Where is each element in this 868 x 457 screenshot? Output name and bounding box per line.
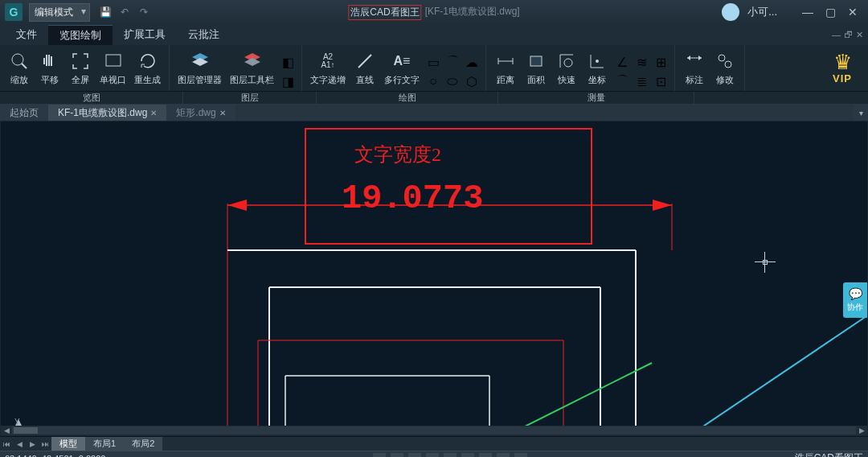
layer-tool2-icon[interactable]: ◨ bbox=[280, 73, 296, 89]
doc-tab-2[interactable]: 矩形.dwg✕ bbox=[166, 105, 235, 121]
coords-readout: 63.1449, 40.4501, 0.0000 bbox=[5, 454, 105, 458]
child-minimize-icon[interactable]: — bbox=[832, 30, 841, 40]
svg-rect-7 bbox=[530, 56, 542, 66]
lay-first-icon[interactable]: ⏮ bbox=[0, 437, 13, 451]
svg-line-1 bbox=[22, 64, 27, 68]
avatar[interactable] bbox=[722, 3, 739, 21]
area-button[interactable]: 面积 bbox=[522, 48, 551, 88]
draw-circle-icon[interactable]: ○ bbox=[425, 73, 441, 89]
document-tabs: 起始页 KF-1电缆敷设图.dwg✕ 矩形.dwg✕ ▾ bbox=[0, 105, 868, 121]
lay-prev-icon[interactable]: ◀ bbox=[13, 437, 26, 451]
title-bar: G 编辑模式 💾 ↶ ↷ 浩辰CAD看图王 [KF-1电缆敷设图.dwg] 小可… bbox=[0, 0, 868, 24]
scroll-left-icon[interactable]: ◀ bbox=[1, 426, 12, 434]
model-tab[interactable]: 模型 bbox=[51, 437, 85, 451]
ribbon-group-draw: A2A1↑文字递增 直线 A≡多行文字 ▭○ ⌒⬭ ☁⬡ bbox=[302, 45, 486, 91]
close-icon[interactable]: ✕ bbox=[219, 109, 226, 117]
vip-button[interactable]: ♛ VIP bbox=[817, 45, 868, 91]
meas-tool3-icon[interactable]: ≋ bbox=[633, 54, 649, 70]
ribbon-group-view: 缩放 平移 全屏 单视口 重生成 bbox=[0, 45, 170, 91]
maximize-button[interactable]: ▢ bbox=[820, 3, 841, 21]
svg-point-11 bbox=[596, 60, 599, 63]
menu-view[interactable]: 览图绘制 bbox=[48, 25, 113, 45]
layer-manager-icon bbox=[189, 50, 211, 72]
ribbon-group-labels: 览图 图层 绘图 测量 bbox=[0, 92, 868, 105]
draw-poly-icon[interactable]: ⬡ bbox=[464, 73, 480, 89]
draw-rect-icon[interactable]: ▭ bbox=[425, 54, 441, 70]
meas-tool6-icon[interactable]: ⊡ bbox=[653, 73, 669, 89]
coord-button[interactable]: 坐标 bbox=[583, 48, 612, 88]
extra-toggle[interactable] bbox=[514, 453, 527, 458]
svg-point-8 bbox=[564, 59, 572, 67]
layer-tool1-icon[interactable]: ◧ bbox=[280, 54, 296, 70]
layout1-tab[interactable]: 布局1 bbox=[85, 437, 124, 451]
ortho-toggle[interactable] bbox=[408, 453, 421, 458]
layout2-tab[interactable]: 布局2 bbox=[124, 437, 162, 451]
child-close-icon[interactable]: ✕ bbox=[856, 30, 863, 40]
lwt-toggle[interactable] bbox=[479, 453, 492, 458]
child-restore-icon[interactable]: 🗗 bbox=[844, 30, 853, 40]
menu-bar: 文件 览图绘制 扩展工具 云批注 — 🗗 ✕ bbox=[0, 24, 868, 45]
mtext-button[interactable]: A≡多行文字 bbox=[381, 48, 423, 88]
pan-button[interactable]: 平移 bbox=[35, 48, 64, 88]
menu-file[interactable]: 文件 bbox=[5, 25, 48, 44]
collab-button[interactable]: 💬 协作 bbox=[843, 282, 867, 318]
layout-tabs: ⏮ ◀ ▶ ⏭ 模型 布局1 布局2 bbox=[0, 436, 868, 451]
app-logo-icon: G bbox=[5, 3, 23, 21]
model-toggle[interactable] bbox=[497, 453, 510, 458]
start-tab[interactable]: 起始页 bbox=[0, 105, 48, 121]
close-icon[interactable]: ✕ bbox=[150, 109, 157, 117]
ribbon-group-layer: 图层管理器 图层工具栏 ◧ ◨ bbox=[170, 45, 302, 91]
layer-toolbar-button[interactable]: 图层工具栏 bbox=[227, 48, 277, 88]
scroll-thumb[interactable] bbox=[14, 427, 38, 434]
annot-button[interactable]: 标注 bbox=[680, 48, 709, 88]
draw-ellipse-icon[interactable]: ⬭ bbox=[444, 73, 461, 89]
textinc-button[interactable]: A2A1↑文字递增 bbox=[307, 48, 349, 88]
annot-icon bbox=[683, 50, 706, 72]
svg-point-14 bbox=[725, 61, 731, 68]
quick-button[interactable]: 快速 bbox=[552, 48, 581, 88]
zoom-icon bbox=[8, 50, 31, 72]
drawing-canvas[interactable]: 文字宽度2 19.0773 💬 协作 YX ◀ ▶ bbox=[0, 121, 868, 436]
fullscreen-icon bbox=[69, 50, 92, 72]
file-title: [KF-1电缆敷设图.dwg] bbox=[425, 5, 520, 20]
mode-select[interactable]: 编辑模式 bbox=[29, 3, 90, 22]
chat-icon: 💬 bbox=[849, 287, 862, 300]
draw-arc-icon[interactable]: ⌒ bbox=[444, 54, 461, 70]
h-scrollbar[interactable]: ◀ ▶ bbox=[1, 426, 867, 435]
otrack-toggle[interactable] bbox=[461, 453, 474, 458]
modify-button[interactable]: 修改 bbox=[710, 48, 739, 88]
menu-cloud[interactable]: 云批注 bbox=[177, 25, 231, 44]
viewport-button[interactable]: 单视口 bbox=[96, 48, 129, 88]
lay-next-icon[interactable]: ▶ bbox=[26, 437, 39, 451]
grid-toggle[interactable] bbox=[391, 453, 403, 458]
qa-save-icon[interactable]: 💾 bbox=[98, 5, 113, 19]
layer-manager-button[interactable]: 图层管理器 bbox=[174, 48, 225, 88]
osnap-toggle[interactable] bbox=[444, 453, 457, 458]
line-button[interactable]: 直线 bbox=[350, 48, 379, 88]
qa-redo-icon[interactable]: ↷ bbox=[137, 5, 151, 19]
fullscreen-button[interactable]: 全屏 bbox=[66, 48, 95, 88]
dist-button[interactable]: 距离 bbox=[491, 48, 520, 88]
meas-tool4-icon[interactable]: ≣ bbox=[633, 73, 649, 89]
doc-tab-1[interactable]: KF-1电缆敷设图.dwg✕ bbox=[48, 105, 166, 121]
scroll-right-icon[interactable]: ▶ bbox=[856, 426, 867, 434]
meas-tool5-icon[interactable]: ⊞ bbox=[653, 54, 669, 70]
dimension-value: 19.0773 bbox=[342, 179, 483, 218]
svg-rect-2 bbox=[106, 55, 121, 66]
regen-button[interactable]: 重生成 bbox=[131, 48, 164, 88]
close-button[interactable]: ✕ bbox=[842, 3, 863, 21]
ribbon: 缩放 平移 全屏 单视口 重生成 图层管理器 图层工具栏 ◧ ◨ A2A1↑文字… bbox=[0, 45, 868, 92]
menu-ext[interactable]: 扩展工具 bbox=[113, 25, 177, 44]
line-icon bbox=[354, 50, 376, 72]
minimize-button[interactable]: — bbox=[797, 3, 818, 21]
qa-undo-icon[interactable]: ↶ bbox=[117, 5, 132, 19]
draw-cloud-icon[interactable]: ☁ bbox=[464, 54, 480, 70]
zoom-button[interactable]: 缩放 bbox=[5, 48, 34, 88]
meas-angle-icon[interactable]: ∠ bbox=[614, 54, 630, 70]
lay-last-icon[interactable]: ⏭ bbox=[39, 437, 51, 451]
snap-toggle[interactable] bbox=[373, 453, 386, 458]
tabs-overflow-icon[interactable]: ▾ bbox=[854, 105, 868, 121]
polar-toggle[interactable] bbox=[426, 453, 439, 458]
svg-marker-16 bbox=[227, 200, 247, 211]
meas-arc-icon[interactable]: ⌒ bbox=[614, 73, 630, 89]
